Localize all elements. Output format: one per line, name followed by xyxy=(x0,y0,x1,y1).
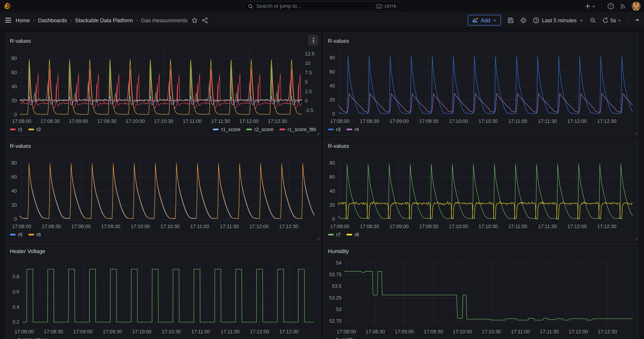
svg-text:17:10:30: 17:10:30 xyxy=(482,329,501,334)
time-series-chart[interactable]: 17:08:0017:08:3017:09:0017:09:3017:10:00… xyxy=(324,46,638,126)
user-avatar[interactable] xyxy=(632,2,641,11)
panel-menu-button[interactable] xyxy=(308,35,318,46)
svg-text:17:10:00: 17:10:00 xyxy=(449,224,468,229)
breadcrumb-home[interactable]: Home xyxy=(16,17,30,23)
svg-text:80: 80 xyxy=(330,55,335,60)
time-series-chart[interactable]: 17:08:0017:08:3017:09:0017:09:3017:10:00… xyxy=(324,151,638,231)
resize-handle[interactable] xyxy=(316,237,320,240)
breadcrumb-dashboards[interactable]: Dashboards xyxy=(38,17,67,23)
svg-text:17:08:30: 17:08:30 xyxy=(44,329,63,334)
toolbar-actions: Add Last 5 minutes xyxy=(468,15,640,26)
svg-text:40: 40 xyxy=(330,188,335,194)
search-input[interactable] xyxy=(256,3,374,10)
refresh-picker[interactable]: 5s xyxy=(602,17,622,23)
svg-text:40: 40 xyxy=(330,83,335,88)
panel-humidity: Humidity 17:08:0017:08:3017:09:0017:09:3… xyxy=(324,243,639,339)
svg-text:80: 80 xyxy=(12,160,17,166)
svg-text:17:08:30: 17:08:30 xyxy=(366,329,385,334)
legend-item-r8[interactable]: r8 xyxy=(346,232,359,238)
svg-text:17:08:30: 17:08:30 xyxy=(42,224,61,229)
zoom-out-icon xyxy=(590,17,596,23)
favorite-button[interactable] xyxy=(192,17,198,23)
add-button[interactable]: Add xyxy=(468,15,501,26)
time-series-chart[interactable]: 17:08:0017:08:3017:09:0017:09:3017:10:00… xyxy=(324,256,638,336)
plus-icon xyxy=(585,3,590,9)
svg-text:40: 40 xyxy=(12,188,17,194)
panel-title[interactable]: R-values xyxy=(328,143,349,149)
panel-title[interactable]: Heater Voltage xyxy=(10,248,45,254)
time-series-chart[interactable]: 17:08:0017:08:3017:09:0017:09:3017:10:00… xyxy=(6,256,320,336)
svg-text:17:09:30: 17:09:30 xyxy=(97,118,116,124)
panel-legend: humidity xyxy=(324,336,638,339)
panel-title[interactable]: R-values xyxy=(10,38,31,44)
legend-swatch xyxy=(328,234,334,236)
legend-label: r3 xyxy=(336,127,340,132)
legend-label: r2_score xyxy=(254,127,274,132)
panel-r-values-1: R-values 17:08:0017:08:3017:09:0017:09:3… xyxy=(5,32,320,136)
grafana-logo-icon[interactable] xyxy=(3,2,12,10)
panel-r-values-3: R-values 17:08:0017:08:3017:09:0017:09:3… xyxy=(5,138,320,241)
panel-title[interactable]: Humidity xyxy=(328,248,349,254)
legend-swatch xyxy=(328,129,334,130)
time-series-chart[interactable]: 17:08:0017:08:3017:09:0017:09:3017:10:00… xyxy=(6,46,320,126)
svg-text:17:08:00: 17:08:00 xyxy=(330,224,350,229)
svg-text:17:12:30: 17:12:30 xyxy=(279,224,298,229)
legend-item-humidity[interactable]: humidity xyxy=(328,337,354,339)
svg-text:17:12:30: 17:12:30 xyxy=(279,329,298,334)
dashboard-toolbar: Home › Dashboards › Stackable Data Platf… xyxy=(0,12,644,28)
svg-text:17:10:00: 17:10:00 xyxy=(126,118,145,124)
legend-item-r1_score_lttb[interactable]: r1_score_lttb xyxy=(279,127,316,132)
collapse-toolbar-button[interactable] xyxy=(635,18,640,22)
svg-text:17:11:00: 17:11:00 xyxy=(190,224,209,229)
legend-item-r6[interactable]: r6 xyxy=(28,232,41,238)
legend-label: heatervoltage xyxy=(18,337,48,339)
resize-handle[interactable] xyxy=(316,132,320,135)
svg-text:0.2: 0.2 xyxy=(12,319,19,325)
svg-text:80: 80 xyxy=(330,160,335,166)
svg-text:17:11:30: 17:11:30 xyxy=(540,329,559,334)
svg-text:0.6: 0.6 xyxy=(12,289,19,294)
legend-swatch xyxy=(10,129,16,130)
legend-item-heatervoltage[interactable]: heatervoltage xyxy=(10,337,48,339)
panel-title[interactable]: R-values xyxy=(10,143,31,149)
legend-item-r1[interactable]: r1 xyxy=(10,127,22,132)
svg-text:60: 60 xyxy=(12,174,17,180)
svg-text:0: 0 xyxy=(332,111,335,116)
legend-item-r4[interactable]: r4 xyxy=(346,127,359,132)
news-button[interactable] xyxy=(620,3,626,9)
time-range-picker[interactable]: Last 5 minutes xyxy=(533,17,583,23)
chevron-right-icon: › xyxy=(136,17,138,23)
breadcrumb-folder[interactable]: Stackable Data Platform xyxy=(75,17,133,23)
chevron-right-icon: › xyxy=(70,17,72,23)
share-button[interactable] xyxy=(202,17,208,23)
global-search[interactable]: ctrl+k xyxy=(244,1,400,11)
svg-text:54: 54 xyxy=(336,260,342,266)
legend-item-r1_score[interactable]: r1_score xyxy=(213,127,240,132)
legend-item-r5[interactable]: r5 xyxy=(10,232,22,238)
svg-text:17:08:00: 17:08:00 xyxy=(14,329,34,334)
svg-text:40: 40 xyxy=(12,84,17,89)
resize-handle[interactable] xyxy=(634,132,638,135)
help-button[interactable]: ? xyxy=(608,3,614,10)
save-dashboard-button[interactable] xyxy=(508,17,514,23)
svg-text:10: 10 xyxy=(305,60,310,66)
menu-button[interactable] xyxy=(5,17,12,23)
dashboard-settings-button[interactable] xyxy=(520,17,526,23)
zoom-out-button[interactable] xyxy=(590,17,596,23)
refresh-icon xyxy=(602,17,609,23)
new-button[interactable] xyxy=(585,3,596,9)
svg-text:17:10:30: 17:10:30 xyxy=(478,118,498,124)
legend-item-r3[interactable]: r3 xyxy=(328,127,341,132)
svg-text:52.75: 52.75 xyxy=(329,318,342,324)
legend-item-r7[interactable]: r7 xyxy=(328,232,341,238)
svg-text:17:11:30: 17:11:30 xyxy=(538,118,557,124)
svg-text:0.8: 0.8 xyxy=(12,274,19,279)
legend-item-r2[interactable]: r2 xyxy=(28,127,41,132)
svg-text:17:09:00: 17:09:00 xyxy=(69,118,88,124)
svg-text:0: 0 xyxy=(14,112,17,117)
legend-item-r2_score[interactable]: r2_score xyxy=(246,127,274,132)
legend-label: r1 xyxy=(18,127,22,132)
time-series-chart[interactable]: 17:08:0017:08:3017:09:0017:09:3017:10:00… xyxy=(6,151,320,231)
panel-title[interactable]: R-values xyxy=(328,38,349,44)
resize-handle[interactable] xyxy=(634,237,638,240)
